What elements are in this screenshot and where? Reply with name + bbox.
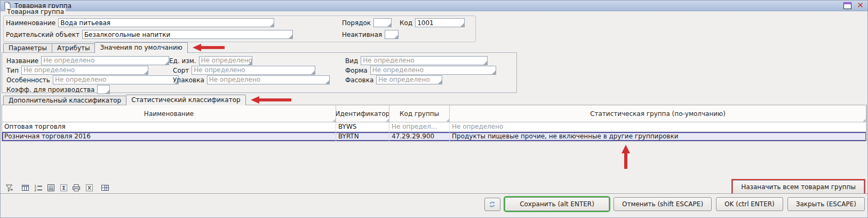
default-form-label: Форма (345, 67, 368, 74)
cancel-button[interactable]: Отменить (shift ESCAPE) (614, 197, 712, 211)
column-header-stat-group[interactable]: Статистическая группа (по-умолчанию) (450, 105, 866, 122)
default-grade-label: Сорт (173, 67, 189, 74)
cell-name: Оптовая торговля (2, 122, 336, 131)
code-input[interactable] (415, 18, 465, 27)
cell-stat-group: Не определено (450, 122, 866, 131)
name-input[interactable] (58, 18, 274, 27)
sum-icon[interactable]: Σ (59, 183, 68, 192)
svg-text:X: X (87, 185, 91, 191)
titlebar: Товарная группа ✕ (1, 1, 867, 11)
classifier-tab-strip: Дополнительный классификатор Статистичес… (3, 95, 291, 105)
tab-additional-classifier[interactable]: Дополнительный классификатор (3, 96, 126, 105)
calculator-icon[interactable] (46, 183, 55, 192)
svg-text:2: 2 (34, 188, 36, 192)
tab-statistical-classifier[interactable]: Статистический классификатор (126, 95, 246, 105)
assign-all-products-button[interactable]: Назаначить всем товарам группы (732, 180, 864, 194)
refresh-icon (488, 200, 496, 208)
cell-stat-group: Продукты пищевые прочие, не включенные в… (450, 132, 866, 141)
name-label: Наименование (6, 19, 55, 27)
production-coeff-label: Коэфф. для производства (6, 86, 94, 94)
print-icon[interactable] (71, 183, 81, 192)
footer-bar: Сохранить (alt ENTER) Отменить (shift ES… (1, 193, 867, 217)
cell-group-code: Не определ... (389, 122, 450, 131)
cell-identifier: BYWS (336, 122, 389, 131)
default-type-combo[interactable]: Не определено (21, 66, 148, 75)
default-packing-combo[interactable]: Не определено (207, 75, 330, 84)
order-label: Порядок (342, 19, 371, 27)
product-group-window: Товарная группа ✕ Товарная группа Наимен… (0, 0, 868, 218)
filter-icon[interactable] (4, 183, 14, 192)
column-header-name[interactable]: Наименование (2, 105, 336, 122)
group-box-title: Товарная группа (5, 8, 66, 15)
column-header-identifier[interactable]: Идентификатор (336, 105, 389, 122)
default-portioning-label: Фасовка (345, 76, 373, 84)
table-row-selected[interactable]: Розничная торговля 2016 BYRTN 47.29.29.9… (2, 132, 866, 142)
default-feature-label: Особенность (6, 76, 50, 84)
maximize-icon[interactable] (843, 2, 851, 9)
default-portioning-combo[interactable]: Не определено (376, 75, 442, 84)
grid-header: Наименование Идентификатор Код группы Ст… (2, 105, 866, 122)
default-name-label: Название (6, 57, 38, 65)
tab-default-values[interactable]: Значения по умолчанию (94, 42, 187, 53)
close-icon[interactable]: ✕ (857, 2, 864, 9)
annotation-arrow-statistical-tab (251, 96, 291, 104)
cell-group-code: 47.29.29.900 (389, 132, 450, 141)
refresh-button[interactable] (484, 198, 500, 211)
parent-object-input[interactable] (82, 30, 293, 39)
production-coeff-checkbox[interactable] (97, 85, 110, 94)
default-feature-combo[interactable]: Не определено (53, 75, 179, 84)
inactive-checkbox[interactable] (385, 30, 399, 39)
main-tab-strip: Параметры Атрибуты Значения по умолчанию (3, 42, 225, 53)
close-button[interactable]: Закрыть (ESCAPE) (787, 197, 865, 211)
ok-button[interactable]: OK (ctrl ENTER) (716, 197, 783, 211)
order-input[interactable] (373, 18, 392, 27)
annotation-arrow-selected-row (622, 145, 630, 169)
cell-name: Розничная торговля 2016 (2, 132, 336, 141)
svg-text:Σ: Σ (62, 185, 65, 191)
inactive-label: Неактивная (342, 31, 382, 38)
default-name-combo[interactable]: Не определено (41, 56, 169, 65)
table-grid-icon[interactable] (100, 183, 110, 192)
code-label: Код (400, 19, 412, 27)
cell-identifier: BYRTN (336, 132, 389, 141)
table-row[interactable]: Оптовая торговля BYWS Не определ... Не о… (2, 122, 866, 132)
default-grade-combo[interactable]: Не определено (192, 66, 315, 75)
parent-object-label: Родительский объект (6, 31, 79, 38)
default-unit-label: Ед. изм. (169, 57, 196, 65)
default-type-label: Тип (6, 67, 19, 74)
annotation-arrow-default-values-tab (193, 44, 225, 51)
default-kind-label: Вид (345, 57, 358, 65)
columns-icon[interactable] (20, 183, 30, 192)
statistical-classifier-grid: Наименование Идентификатор Код группы Ст… (2, 105, 867, 142)
save-button[interactable]: Сохранить (alt ENTER) (505, 197, 609, 211)
default-kind-combo[interactable]: Не определено (361, 56, 488, 65)
column-header-group-code[interactable]: Код группы (389, 105, 450, 122)
default-form-combo[interactable]: Не определено (370, 66, 496, 75)
tab-attributes[interactable]: Атрибуты (52, 43, 95, 52)
default-packing-label: Упаковка (173, 76, 204, 84)
numbered-list-icon[interactable]: 12 (33, 183, 43, 192)
default-unit-combo[interactable]: Не определено (199, 56, 252, 65)
default-values-panel: Название Не определено Ед. изм. Не опред… (2, 52, 517, 93)
grid-toolbar: 12 Σ X (4, 183, 110, 192)
export-excel-icon[interactable]: X (84, 183, 94, 192)
tab-parameters[interactable]: Параметры (3, 43, 52, 52)
